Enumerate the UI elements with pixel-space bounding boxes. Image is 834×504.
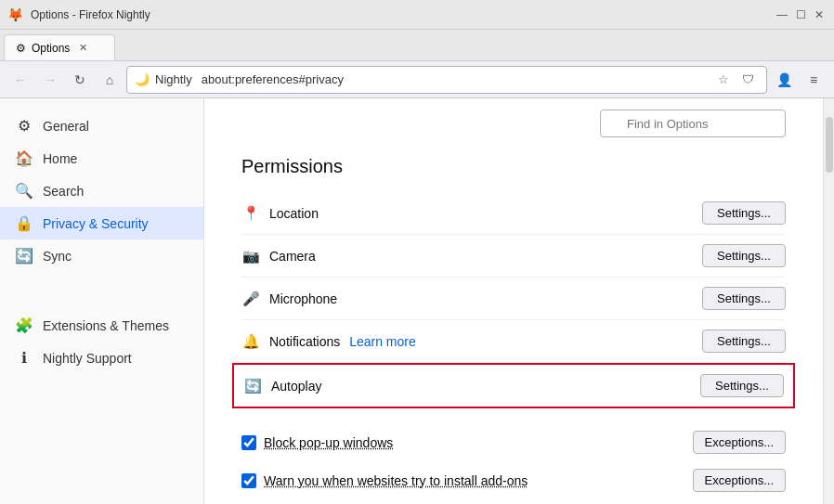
sidebar-label-sync: Sync (43, 249, 72, 264)
nightly-label: Nightly (155, 72, 192, 86)
sidebar-label-general: General (43, 119, 89, 134)
camera-settings-button[interactable]: Settings... (702, 244, 786, 267)
window-title: Options - Firefox Nightly (31, 8, 767, 21)
autoplay-settings-button[interactable]: Settings... (700, 374, 784, 397)
back-button[interactable]: ← (7, 67, 33, 93)
minimize-button[interactable]: — (775, 7, 789, 22)
home-button[interactable]: ⌂ (97, 67, 123, 93)
sidebar: ⚙ General 🏠 Home 🔍 Search 🔒 Privacy & Se… (0, 98, 204, 504)
checkbox-item-popups: Block pop-up windows (241, 435, 685, 450)
nav-right: 👤 ≡ (771, 67, 827, 93)
camera-label: Camera (269, 249, 702, 264)
checkbox-row-accessibility: Prevent accessibility services from acce… (241, 499, 786, 504)
general-icon: ⚙ (15, 117, 33, 135)
find-input[interactable] (600, 110, 786, 137)
sidebar-label-search: Search (43, 184, 84, 199)
window-controls: — ☐ ✕ (775, 7, 827, 22)
tab-bar: ⚙ Options ✕ (0, 30, 834, 61)
maximize-button[interactable]: ☐ (793, 7, 808, 22)
checkbox-item-addons: Warn you when websites try to install ad… (241, 473, 685, 488)
location-settings-button[interactable]: Settings... (702, 201, 786, 225)
options-tab[interactable]: ⚙ Options ✕ (4, 34, 115, 60)
autoplay-icon: 🔄 (243, 378, 262, 394)
block-popups-label[interactable]: Block pop-up windows (264, 435, 393, 450)
tab-favicon: ⚙ (16, 42, 26, 55)
sidebar-item-search[interactable]: 🔍 Search (0, 174, 203, 207)
sidebar-item-home[interactable]: 🏠 Home (0, 142, 203, 174)
nav-bar: ← → ↻ ⌂ 🌙 Nightly about:preferences#priv… (0, 61, 834, 98)
extensions-icon: 🧩 (15, 317, 33, 334)
location-icon: 📍 (241, 205, 260, 222)
location-label: Location (269, 206, 702, 221)
popups-exceptions-button[interactable]: Exceptions... (693, 431, 786, 454)
nightly-icon: 🌙 (135, 72, 150, 86)
notifications-settings-button[interactable]: Settings... (702, 330, 786, 353)
camera-icon: 📷 (241, 248, 260, 265)
permission-row-location: 📍 Location Settings... (241, 192, 786, 235)
sidebar-label-support: Nightly Support (43, 351, 132, 366)
sync-icon: 🔄 (15, 247, 33, 265)
address-actions: ☆ 🛡 (712, 69, 759, 91)
block-popups-checkbox[interactable] (241, 435, 256, 450)
main-layout: ⚙ General 🏠 Home 🔍 Search 🔒 Privacy & Se… (0, 98, 834, 504)
permissions-title: Permissions (241, 156, 786, 177)
find-bar: 🔍 (204, 98, 823, 137)
notifications-learn-more[interactable]: Learn more (349, 334, 416, 349)
microphone-label: Microphone (269, 291, 702, 306)
checkbox-row-addons: Warn you when websites try to install ad… (241, 461, 786, 499)
reload-button[interactable]: ↻ (67, 67, 93, 93)
find-wrapper: 🔍 (600, 110, 786, 137)
notifications-label: Notifications Learn more (269, 334, 702, 349)
permission-row-camera: 📷 Camera Settings... (241, 235, 786, 278)
permission-row-autoplay: 🔄 Autoplay Settings... (232, 363, 795, 408)
home-icon: 🏠 (15, 149, 33, 167)
scrollbar[interactable] (823, 98, 834, 504)
notifications-icon: 🔔 (241, 333, 260, 350)
warn-addons-checkbox[interactable] (241, 473, 256, 488)
profile-button[interactable]: 👤 (771, 67, 797, 93)
support-icon: ℹ (15, 349, 33, 367)
forward-button[interactable]: → (37, 67, 63, 93)
sidebar-label-privacy: Privacy & Security (43, 216, 149, 231)
addons-exceptions-button[interactable]: Exceptions... (693, 469, 786, 492)
permission-row-microphone: 🎤 Microphone Settings... (241, 278, 786, 320)
sidebar-item-sync[interactable]: 🔄 Sync (0, 239, 203, 272)
bookmark-button[interactable]: ☆ (712, 69, 735, 91)
microphone-settings-button[interactable]: Settings... (702, 287, 786, 310)
address-bar[interactable]: 🌙 Nightly about:preferences#privacy ☆ 🛡 (126, 66, 767, 94)
warn-addons-label[interactable]: Warn you when websites try to install ad… (264, 473, 528, 488)
scrollbar-thumb[interactable] (826, 117, 833, 173)
checkbox-row-popups: Block pop-up windows Exceptions... (241, 423, 786, 461)
autoplay-label: Autoplay (271, 379, 700, 394)
app-icon: 🦊 (7, 7, 23, 22)
title-bar: 🦊 Options - Firefox Nightly — ☐ ✕ (0, 0, 834, 30)
menu-button[interactable]: ≡ (801, 67, 827, 93)
checkbox-section: Block pop-up windows Exceptions... Warn … (241, 423, 786, 504)
content-inner: Permissions 📍 Location Settings... 📷 Cam… (204, 137, 823, 504)
shield-button[interactable]: 🛡 (736, 69, 759, 91)
address-url: about:preferences#privacy (202, 72, 344, 86)
sidebar-item-extensions[interactable]: 🧩 Extensions & Themes (0, 309, 203, 342)
sidebar-label-extensions: Extensions & Themes (43, 318, 169, 333)
search-icon: 🔍 (15, 182, 33, 200)
sidebar-item-privacy[interactable]: 🔒 Privacy & Security (0, 207, 203, 239)
sidebar-label-home: Home (43, 151, 77, 166)
tab-label: Options (32, 42, 70, 55)
content-area: 🔍 Permissions 📍 Location Settings... 📷 C… (204, 98, 823, 504)
sidebar-item-support[interactable]: ℹ Nightly Support (0, 342, 203, 374)
lock-icon: 🔒 (15, 214, 33, 232)
permission-row-notifications: 🔔 Notifications Learn more Settings... (241, 320, 786, 363)
sidebar-item-general[interactable]: ⚙ General (0, 110, 203, 142)
microphone-icon: 🎤 (241, 291, 260, 307)
close-button[interactable]: ✕ (812, 7, 827, 22)
tab-close-button[interactable]: ✕ (75, 41, 90, 56)
